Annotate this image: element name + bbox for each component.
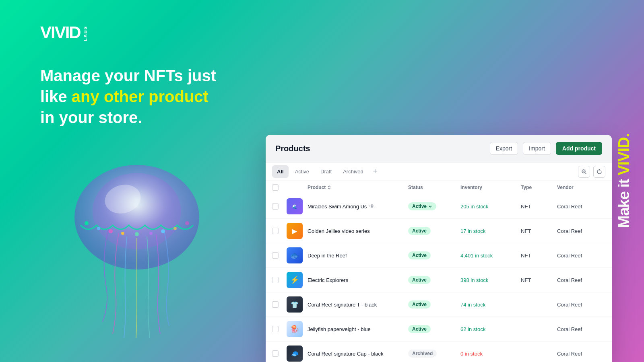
product-thumb-2: ▶ xyxy=(287,223,308,239)
svg-point-8 xyxy=(149,232,153,235)
tab-add-button[interactable]: + xyxy=(370,166,381,177)
inventory-5: 74 in stock xyxy=(460,302,521,308)
select-all-header xyxy=(272,184,287,191)
tagline-highlight: any other product xyxy=(72,88,208,105)
tab-draft[interactable]: Draft xyxy=(316,165,336,178)
svg-point-3 xyxy=(85,221,89,225)
row-checkbox-1[interactable] xyxy=(272,203,287,210)
status-badge-1[interactable]: Active xyxy=(408,202,436,210)
brand-area: VIVID LABS Manage your NFTs just like an… xyxy=(40,24,216,128)
product-name-4: Electric Explorers xyxy=(308,277,408,283)
row-checkbox-6[interactable] xyxy=(272,326,287,332)
tagline: Manage your NFTs just like any other pro… xyxy=(40,65,216,128)
vertical-text-container: Make it VIVID. xyxy=(612,0,636,362)
vendor-6: Coral Reef xyxy=(557,326,605,332)
type-4: NFT xyxy=(521,277,557,283)
vendor-7: Coral Reef xyxy=(557,351,605,357)
product-name-7: Coral Reef signature Cap - black xyxy=(308,351,408,357)
vendor-2: Coral Reef xyxy=(557,228,605,234)
product-name-5: Coral Reef signature T - black xyxy=(308,302,408,308)
tab-icons xyxy=(578,166,605,178)
row-checkbox-3[interactable] xyxy=(272,252,287,259)
product-name-1: Miracles Swim Among Us 👁 xyxy=(308,203,408,210)
table-container: Product Status Inventory Type Vendor 🌊 M… xyxy=(266,181,612,362)
type-3: NFT xyxy=(521,253,557,259)
panel-header: Products Export Import Add product xyxy=(266,135,612,162)
inventory-4: 398 in stock xyxy=(460,277,521,283)
tagline-line1: Manage your NFTs just xyxy=(40,67,216,84)
table-row: 🧢 Coral Reef signature Cap - black Archi… xyxy=(266,341,612,362)
select-all-checkbox[interactable] xyxy=(272,184,279,191)
inventory-6: 62 in stock xyxy=(460,326,521,332)
product-thumb-4: ⚡ xyxy=(287,272,308,288)
make-it-text: Make it xyxy=(615,175,632,228)
product-thumb-7: 🧢 xyxy=(287,346,308,362)
product-name-6: Jellyfish paperweight - blue xyxy=(308,326,408,332)
svg-point-10 xyxy=(173,227,177,230)
table-row: ⚡ Electric Explorers Active 398 in stock… xyxy=(266,268,612,292)
row-checkbox-7[interactable] xyxy=(272,350,287,357)
inventory-3: 4,401 in stock xyxy=(460,253,521,259)
vendor-3: Coral Reef xyxy=(557,253,605,259)
product-column-header[interactable]: Product xyxy=(308,185,408,190)
eye-icon-1[interactable]: 👁 xyxy=(369,203,375,210)
header-actions: Export Import Add product xyxy=(490,142,602,155)
inventory-7: 0 in stock xyxy=(460,351,521,357)
tab-active[interactable]: Active xyxy=(290,165,314,178)
add-product-button[interactable]: Add product xyxy=(556,142,602,155)
row-checkbox-4[interactable] xyxy=(272,277,287,283)
table-row: 🪼 Jellyfish paperweight - blue Active 62… xyxy=(266,317,612,341)
svg-point-1 xyxy=(93,173,181,249)
refresh-button[interactable] xyxy=(593,166,605,178)
tagline-line2: like xyxy=(40,88,72,105)
product-thumb-3: 🐟 xyxy=(287,247,308,263)
svg-point-5 xyxy=(109,229,113,233)
table-row: ▶ Golden Jellies video series Active 17 … xyxy=(266,219,612,243)
status-badge-6: Active xyxy=(408,325,431,333)
type-1: NFT xyxy=(521,204,557,210)
logo-container: VIVID LABS xyxy=(40,24,216,41)
status-badge-4: Active xyxy=(408,276,431,284)
table-row: 👕 Coral Reef signature T - black Active … xyxy=(266,292,612,317)
product-status-5: Active xyxy=(408,300,460,309)
tagline-line3: in your store. xyxy=(40,109,142,126)
product-thumb-6: 🪼 xyxy=(287,321,308,337)
product-status-7: Archived xyxy=(408,350,460,358)
inventory-1: 205 in stock xyxy=(460,204,521,210)
svg-point-4 xyxy=(97,227,100,230)
status-column-header: Status xyxy=(408,185,460,190)
product-status-1: Active xyxy=(408,202,460,210)
search-filter-button[interactable] xyxy=(578,166,590,178)
svg-point-11 xyxy=(185,221,189,225)
type-2: NFT xyxy=(521,228,557,234)
tabs-bar: All Active Draft Archived + xyxy=(266,162,612,181)
product-status-4: Active xyxy=(408,276,460,284)
product-status-3: Active xyxy=(408,251,460,259)
product-name-3: Deep in the Reef xyxy=(308,253,408,259)
vendor-column-header: Vendor xyxy=(557,185,605,190)
export-button[interactable]: Export xyxy=(490,142,518,155)
status-badge-3: Active xyxy=(408,251,431,259)
product-status-6: Active xyxy=(408,325,460,333)
tab-all[interactable]: All xyxy=(272,165,289,178)
status-badge-2: Active xyxy=(408,227,431,235)
svg-point-9 xyxy=(161,229,165,233)
logo-labs: LABS xyxy=(83,26,88,41)
table-row: 🌊 Miracles Swim Among Us 👁 Active 205 in… xyxy=(266,194,612,219)
tab-archived[interactable]: Archived xyxy=(338,165,368,178)
product-thumb-5: 👕 xyxy=(287,296,308,313)
product-name-2: Golden Jellies video series xyxy=(308,228,408,234)
vendor-5: Coral Reef xyxy=(557,302,605,308)
row-checkbox-5[interactable] xyxy=(272,301,287,308)
row-checkbox-2[interactable] xyxy=(272,228,287,234)
vendor-1: Coral Reef xyxy=(557,204,605,210)
status-badge-5: Active xyxy=(408,300,431,309)
product-thumb-1: 🌊 xyxy=(287,198,308,214)
table-row: 🐟 Deep in the Reef Active 4,401 in stock… xyxy=(266,243,612,268)
vivid-text: VIVID. xyxy=(615,134,632,175)
table-header: Product Status Inventory Type Vendor xyxy=(266,181,612,194)
panel-title: Products xyxy=(275,144,310,153)
inventory-column-header: Inventory xyxy=(460,185,521,190)
import-button[interactable]: Import xyxy=(523,142,551,155)
status-badge-7: Archived xyxy=(408,350,437,358)
